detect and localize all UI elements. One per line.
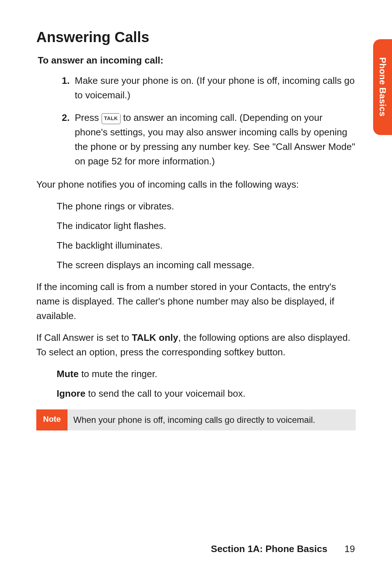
section-tab-label: Phone Basics xyxy=(377,57,388,117)
footer-section: Section 1A: Phone Basics xyxy=(211,543,327,554)
notify-list: The phone rings or vibrates. The indicat… xyxy=(57,199,356,272)
notify-intro: Your phone notifies you of incoming call… xyxy=(36,177,356,192)
subheading: To answer an incoming call: xyxy=(38,55,356,66)
option-rest: to mute the ringer. xyxy=(79,368,158,379)
page-number: 19 xyxy=(344,543,355,555)
talkonly-paragraph: If Call Answer is set to TALK only, the … xyxy=(36,330,356,359)
options-list: Mute to mute the ringer. Ignore to send … xyxy=(57,367,356,401)
manual-page: Phone Basics Answering Calls To answer a… xyxy=(0,0,392,588)
step-number: 1. xyxy=(57,73,75,102)
list-item: Mute to mute the ringer. xyxy=(57,367,356,381)
note-box: Note When your phone is off, incoming ca… xyxy=(36,409,356,430)
page-heading: Answering Calls xyxy=(36,29,356,45)
step-number: 2. xyxy=(57,110,75,168)
option-bold: Mute xyxy=(57,368,79,379)
talk-key-icon: TALK xyxy=(102,113,121,124)
list-item: The backlight illuminates. xyxy=(57,238,356,253)
step-item: 2. Press TALK to answer an incoming call… xyxy=(57,110,356,168)
option-bold: Ignore xyxy=(57,388,85,399)
step-list: 1. Make sure your phone is on. (If your … xyxy=(57,73,356,168)
list-item: The phone rings or vibrates. xyxy=(57,199,356,213)
option-rest: to send the call to your voicemail box. xyxy=(85,388,245,399)
step-text: Press TALK to answer an incoming call. (… xyxy=(75,110,356,168)
talkonly-bold: TALK only xyxy=(132,332,178,343)
talkonly-pre: If Call Answer is set to xyxy=(36,332,132,343)
note-label: Note xyxy=(36,409,68,430)
note-body: When your phone is off, incoming calls g… xyxy=(68,409,356,430)
step-item: 1. Make sure your phone is on. (If your … xyxy=(57,73,356,102)
list-item: The indicator light flashes. xyxy=(57,219,356,233)
step-text: Make sure your phone is on. (If your pho… xyxy=(75,73,356,102)
list-item: The screen displays an incoming call mes… xyxy=(57,258,356,272)
contacts-paragraph: If the incoming call is from a number st… xyxy=(36,279,356,323)
list-item: Ignore to send the call to your voicemai… xyxy=(57,386,356,401)
page-footer: Section 1A: Phone Basics 19 xyxy=(211,543,355,555)
section-tab: Phone Basics xyxy=(373,39,392,135)
step-text-pre: Press xyxy=(75,112,102,123)
